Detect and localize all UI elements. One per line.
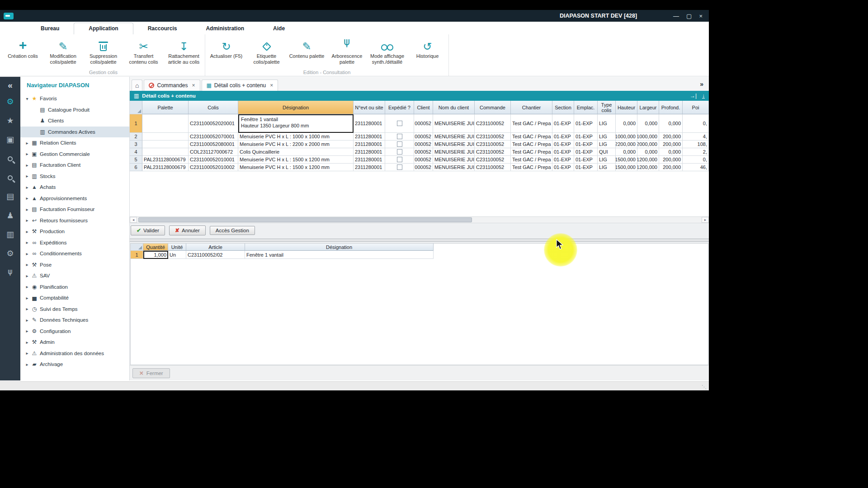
cell-emplac[interactable]: 01-EXP: [574, 141, 598, 148]
cell-n-evt-ou-site[interactable]: 2311280001: [354, 133, 385, 141]
collapse-sidebar-icon[interactable]: «: [0, 79, 20, 92]
cell-largeur[interactable]: 0,000: [637, 114, 659, 133]
cell-client[interactable]: 000052: [414, 164, 433, 171]
ribbon-arborescence-palette-button[interactable]: ⋔Arborescence palette: [327, 36, 367, 65]
cell-expedie[interactable]: [385, 133, 414, 141]
tab-close-icon[interactable]: ×: [270, 82, 273, 89]
column-header-largeur[interactable]: Largeur: [637, 101, 659, 114]
download-icon[interactable]: ↓: [702, 93, 705, 99]
cell-n-evt-ou-site[interactable]: 2311280001: [354, 164, 385, 171]
annuler-button[interactable]: ✘Annuler: [169, 225, 206, 235]
cell-colis[interactable]: C231100052010002: [189, 164, 238, 171]
column-header-designation[interactable]: Désignation: [238, 101, 354, 114]
cell-nom-du-client[interactable]: MENUISERIE JUI: [433, 164, 475, 171]
cell-profond[interactable]: 200,000: [659, 164, 683, 171]
settings-gear-icon[interactable]: ⚙: [0, 244, 20, 263]
column-header-client[interactable]: Client: [414, 101, 433, 114]
hierarchy-icon[interactable]: ⋔: [0, 263, 20, 282]
cell-poi[interactable]: 0,: [683, 114, 709, 133]
cell-expedie[interactable]: [385, 148, 414, 156]
cell-type-colis[interactable]: LIG: [598, 156, 616, 164]
cell-palette[interactable]: [142, 141, 189, 148]
minimize-icon[interactable]: —: [673, 13, 679, 19]
nav-item-admin[interactable]: ▸⚒Admin: [20, 337, 129, 348]
users-icon[interactable]: ♟: [0, 206, 20, 225]
cell-unite[interactable]: Un: [168, 251, 186, 259]
cell-nom-du-client[interactable]: MENUISERIE JUI: [433, 141, 475, 148]
cell-emplac[interactable]: 01-EXP: [574, 164, 598, 171]
cell-client[interactable]: 000052: [414, 141, 433, 148]
cell-chantier[interactable]: Test GAC / Prepa: [511, 164, 552, 171]
cell-hauteur[interactable]: 1500,000: [616, 156, 637, 164]
cell-poi[interactable]: 108,: [683, 141, 709, 148]
nav-item-commandes-actives[interactable]: ▥Commandes Actives: [20, 127, 129, 138]
column-header-expedie[interactable]: Expédié ?: [385, 101, 414, 114]
checkbox-icon[interactable]: [397, 134, 402, 139]
cell-commande[interactable]: C231100052: [475, 148, 511, 156]
documents-icon[interactable]: ▤: [0, 187, 20, 206]
cell-emplac[interactable]: 01-EXP: [574, 148, 598, 156]
tab-commandes[interactable]: Commandes×: [144, 80, 200, 91]
row-number[interactable]: 1: [130, 114, 142, 133]
nav-item-retours-fournisseurs[interactable]: ▸↩Retours fournisseurs: [20, 215, 129, 226]
fermer-button[interactable]: ✕ Fermer: [132, 368, 170, 378]
nav-item-catalogue-produit[interactable]: ▤Catalogue Produit: [20, 104, 129, 116]
cell-type-colis[interactable]: LIG: [598, 114, 616, 133]
column-header-type-colis[interactable]: Type colis: [598, 101, 616, 114]
nav-item-administration-des-donnees[interactable]: ▸⚠Administration des données: [20, 348, 129, 359]
row-number[interactable]: 3: [130, 141, 142, 148]
ribbon-etiquette-colis-palette-button[interactable]: Etiquette colis/palette: [246, 36, 287, 65]
cell-commande[interactable]: C231100052: [475, 164, 511, 171]
close-icon[interactable]: ×: [699, 13, 703, 19]
cell-profond[interactable]: 0,000: [659, 148, 683, 156]
column-header-n-evt-ou-site[interactable]: N°evt ou site: [354, 101, 385, 114]
acces-gestion-button[interactable]: Accès Gestion: [210, 226, 255, 235]
nav-item-pose[interactable]: ▸⚒Pose: [20, 259, 129, 271]
cell-chantier[interactable]: Test GAC / Prepa: [511, 133, 552, 141]
column-header-nom-du-client[interactable]: Nom du client: [433, 101, 475, 114]
cell-chantier[interactable]: Test GAC / Prepa: [511, 148, 552, 156]
cell-section[interactable]: 01-EXP: [552, 148, 574, 156]
cell-largeur[interactable]: 2000,000: [637, 141, 659, 148]
cell-largeur[interactable]: 1200,000: [637, 164, 659, 171]
nav-item-configuration[interactable]: ▸⚙Configuration: [20, 326, 129, 337]
nav-item-donnees-techniques[interactable]: ▸✎Données Techniques: [20, 314, 129, 326]
ribbon-rattachement-article-au-colis-button[interactable]: ↧Rattachement article au colis: [164, 36, 204, 65]
nav-item-planification[interactable]: ▸◉Planification: [20, 282, 129, 293]
cell-chantier[interactable]: Test GAC / Prepa: [511, 141, 552, 148]
row-number[interactable]: 5: [130, 156, 142, 164]
nav-item-clients[interactable]: ♟Clients: [20, 115, 129, 127]
modules-gear-icon[interactable]: ⚙: [0, 92, 20, 111]
cell-emplac[interactable]: 01-EXP: [574, 114, 598, 133]
cell-designation[interactable]: Fenêtre 1 vantail: [245, 251, 434, 259]
cell-largeur[interactable]: 1000,000: [637, 133, 659, 141]
cell-nom-du-client[interactable]: MENUISERIE JUI: [433, 148, 475, 156]
row-number[interactable]: 4: [130, 148, 142, 156]
menu-bureau[interactable]: Bureau: [26, 23, 74, 34]
nav-item-facturation-fournisseur[interactable]: ▸▤Facturation Fournisseur: [20, 204, 129, 215]
cell-profond[interactable]: 0,000: [659, 114, 683, 133]
column-header-palette[interactable]: Palette: [142, 101, 189, 114]
cell-type-colis[interactable]: LIG: [598, 164, 616, 171]
cell-largeur[interactable]: 1200,000: [637, 156, 659, 164]
cell-poi[interactable]: 46,: [683, 164, 709, 171]
column-header-quantite[interactable]: Quantité: [143, 244, 168, 251]
cell-profond[interactable]: 200,000: [659, 141, 683, 148]
cell-n-evt-ou-site[interactable]: 2311280001: [354, 141, 385, 148]
checkbox-icon[interactable]: [397, 141, 402, 147]
column-header-unite[interactable]: Unité: [168, 244, 186, 251]
cell-hauteur[interactable]: 1500,000: [616, 164, 637, 171]
ribbon-contenu-palette-button[interactable]: ✎Contenu palette: [287, 36, 327, 59]
column-header-hauteur[interactable]: Hauteur: [616, 101, 637, 114]
nav-item-production[interactable]: ▸⚒Production: [20, 226, 129, 237]
nav-item-suivi-des-temps[interactable]: ▸◷Suivi des Temps: [20, 304, 129, 315]
cell-hauteur[interactable]: 2200,000: [616, 141, 637, 148]
cell-commande[interactable]: C231100052: [475, 114, 511, 133]
horizontal-scrollbar[interactable]: ◂ ▸: [130, 216, 709, 223]
valider-button[interactable]: ✔Valider: [131, 225, 165, 235]
cell-emplac[interactable]: 01-EXP: [574, 133, 598, 141]
nav-item-relation-clients[interactable]: ▸▦Relation Clients: [20, 137, 129, 149]
row-number[interactable]: 1: [131, 251, 143, 259]
cell-palette[interactable]: [142, 133, 189, 141]
cell-expedie[interactable]: [385, 141, 414, 148]
